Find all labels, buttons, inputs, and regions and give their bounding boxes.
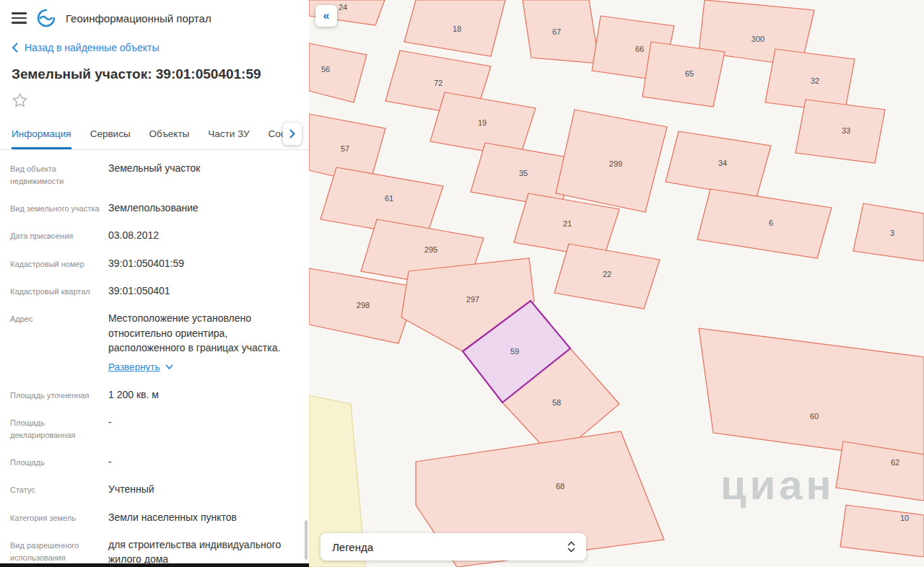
field-label: Площадь уточненная — [10, 387, 107, 402]
parcel-label-67: 67 — [552, 27, 561, 36]
parcel-label-72: 72 — [434, 79, 443, 87]
sidebar-bottom-bar — [0, 563, 309, 567]
chevron-left-icon — [12, 43, 18, 53]
parcel-label-34: 34 — [718, 159, 727, 167]
field-label: Категория земель — [10, 510, 107, 524]
app-title: Геоинформационный портал — [66, 12, 212, 25]
app-header: Геоинформационный портал — [0, 0, 309, 35]
field-row: Дата присвоения03.08.2012 — [0, 221, 309, 249]
field-row: АдресМестоположение установлено относите… — [0, 304, 309, 380]
parcel-label-61: 61 — [385, 194, 393, 203]
parcel-label-65: 65 — [685, 69, 694, 78]
field-value: для строительства индивидуального жилого… — [108, 537, 297, 567]
field-row: Вид объекта недвижимостиЗемельный участо… — [0, 154, 309, 194]
field-value: 03.08.2012 — [108, 228, 297, 242]
field-row: СтатусУчтенный — [0, 475, 309, 503]
parcel-label-57: 57 — [341, 144, 349, 153]
parcel-60[interactable] — [699, 328, 924, 462]
field-value: Землепользование — [108, 201, 297, 215]
field-value: 39:01:050401:59 — [108, 256, 297, 271]
fields-panel: Вид объекта недвижимостиЗемельный участо… — [0, 150, 309, 567]
parcel-65[interactable] — [642, 42, 725, 107]
field-row: Категория земельЗемли населенных пунктов — [0, 504, 309, 531]
field-value: Земельный участок — [108, 161, 297, 175]
parcel-3[interactable] — [853, 203, 924, 261]
field-value: Учтенный — [108, 482, 297, 496]
sidebar: Геоинформационный портал Назад в найденн… — [0, 0, 309, 567]
parcel-label-3: 3 — [890, 229, 894, 237]
chevron-down-icon — [165, 364, 173, 370]
map-collapse-button[interactable]: « — [315, 5, 337, 27]
legend-label: Легенда — [332, 541, 373, 553]
field-label: Площадь — [10, 454, 107, 469]
field-label: Адрес — [10, 311, 107, 325]
tabs-scroll-right-button[interactable] — [283, 123, 302, 145]
parcel-label-22: 22 — [603, 270, 611, 278]
field-row: Площадь- — [0, 448, 309, 475]
legend-bar[interactable]: Легенда — [321, 533, 586, 561]
field-label: Кадастровый номер — [10, 256, 107, 271]
parcel-10[interactable] — [840, 505, 924, 557]
parcel-label-21: 21 — [563, 219, 572, 228]
parcel-6[interactable] — [697, 189, 832, 258]
field-value: 39:01:050401 — [108, 284, 297, 298]
parcel-label-299: 299 — [609, 159, 622, 168]
tab-3[interactable]: Объекты — [149, 124, 190, 149]
parcel-33[interactable] — [796, 100, 885, 163]
field-row: Вид земельного участкаЗемлепользование — [0, 194, 309, 221]
chevron-right-icon — [289, 129, 295, 139]
tabs: ИнформацияСервисыОбъектыЧасти ЗУСоста — [12, 124, 297, 149]
page-title: Земельный участок: 39:01:050401:59 — [0, 58, 309, 84]
parcel-label-33: 33 — [842, 126, 850, 135]
parcel-label-10: 10 — [900, 514, 909, 522]
portal-logo-icon — [37, 9, 56, 27]
parcel-label-68: 68 — [556, 482, 565, 491]
back-link-label: Назад в найденные объекты — [25, 42, 159, 53]
field-row: Вид разрешенного использованиядля строит… — [0, 531, 309, 567]
parcel-label-19: 19 — [478, 118, 487, 127]
parcel-label-35: 35 — [519, 169, 528, 177]
field-value: Местоположение установлено относительно … — [108, 311, 297, 374]
field-row: Площадь декларированная- — [0, 408, 309, 448]
field-row: Кадастровый квартал39:01:050401 — [0, 277, 309, 304]
field-label: Вид земельного участка — [10, 201, 107, 215]
field-label: Вид объекта недвижимости — [10, 161, 107, 188]
tab-4[interactable]: Части ЗУ — [208, 124, 249, 149]
parcel-label-18: 18 — [453, 25, 461, 33]
parcel-label-66: 66 — [635, 45, 644, 53]
parcel-label-24: 24 — [339, 3, 347, 12]
parcel-label-6: 6 — [769, 219, 773, 227]
tab-2[interactable]: Сервисы — [90, 124, 131, 149]
parcel-label-58: 58 — [552, 398, 561, 407]
expand-address-link[interactable]: Развернуть — [108, 360, 173, 374]
map-svg[interactable]: 2418673006665325672193357352993461216329… — [309, 0, 924, 567]
tabs-bar: ИнформацияСервисыОбъектыЧасти ЗУСоста — [0, 120, 309, 150]
field-row: Кадастровый номер39:01:050401:59 — [0, 250, 309, 277]
back-link[interactable]: Назад в найденные объекты — [0, 35, 309, 58]
parcel-label-62: 62 — [891, 458, 899, 467]
parcel-label-298: 298 — [357, 301, 370, 309]
map[interactable]: 2418673006665325672193357352993461216329… — [309, 0, 924, 567]
field-value: 1 200 кв. м — [108, 387, 297, 402]
parcel-label-300: 300 — [751, 35, 764, 43]
field-label: Вид разрешенного использования — [10, 537, 107, 564]
legend-sort-icon — [567, 540, 576, 554]
star-icon — [12, 92, 28, 108]
sidebar-scrollbar[interactable] — [305, 520, 308, 560]
field-value: Земли населенных пунктов — [108, 510, 297, 524]
tab-1[interactable]: Информация — [12, 124, 71, 149]
field-value: - — [108, 454, 297, 469]
menu-icon[interactable] — [12, 12, 27, 24]
collapse-chevrons-icon: « — [323, 9, 330, 22]
parcel-label-56: 56 — [321, 65, 330, 74]
parcel-label-295: 295 — [424, 245, 437, 254]
field-row: Площадь уточненная1 200 кв. м — [0, 381, 309, 408]
parcel-56[interactable] — [309, 43, 367, 102]
field-label: Дата присвоения — [10, 228, 107, 242]
parcel-label-297: 297 — [466, 295, 479, 304]
field-label: Площадь декларированная — [10, 415, 107, 441]
parcel-label-60: 60 — [810, 412, 819, 421]
field-label: Статус — [10, 482, 107, 496]
favorite-button[interactable] — [0, 84, 309, 113]
field-value: - — [108, 415, 297, 429]
